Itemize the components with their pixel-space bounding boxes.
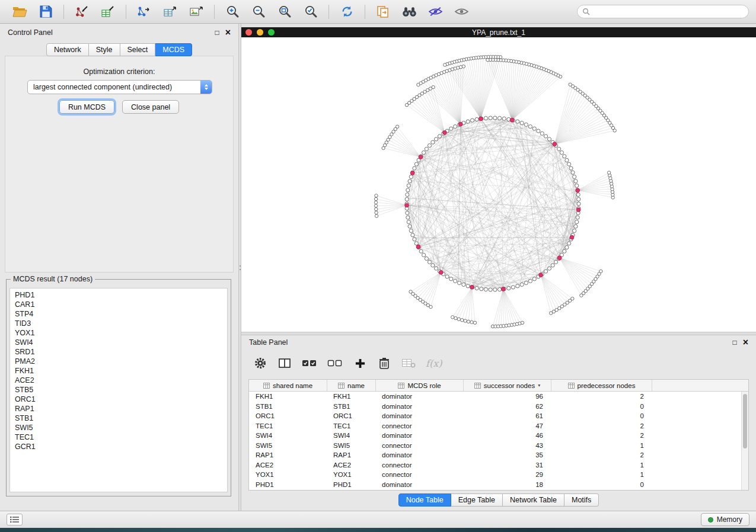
mcds-result-item[interactable]: SRD1 — [10, 347, 227, 357]
open-session-button[interactable] — [7, 2, 32, 22]
apply-layout-button[interactable] — [334, 2, 359, 22]
selected-criterion: largest connected component (undirected) — [28, 83, 200, 91]
table-cell: ORC1 — [327, 411, 376, 421]
memory-button[interactable]: Memory — [701, 513, 749, 526]
window-close-icon[interactable] — [245, 29, 252, 36]
column-header-predecessor-nodes[interactable]: predecessor nodes — [551, 380, 652, 391]
export-image-button[interactable] — [184, 2, 209, 22]
tab-select[interactable]: Select — [120, 43, 156, 56]
table-row[interactable]: SWI5SWI5connector431 — [249, 441, 748, 451]
window-minimize-icon[interactable] — [257, 29, 263, 36]
table-row[interactable]: RAP1RAP1dominator352 — [249, 450, 748, 460]
table-row[interactable]: TEC1TEC1connector472 — [249, 421, 748, 431]
import-network-button[interactable] — [69, 2, 94, 22]
column-header-mcds-role[interactable]: MCDS role — [376, 380, 464, 391]
column-header-shared-name[interactable]: shared name — [249, 380, 327, 391]
table-cell: 18 — [464, 480, 551, 490]
show-columns-button[interactable] — [277, 355, 292, 371]
unselect-all-columns-button[interactable] — [327, 355, 343, 371]
mcds-result-item[interactable]: ORC1 — [10, 395, 227, 404]
run-mcds-button[interactable]: Run MCDS — [59, 100, 114, 114]
tab-network[interactable]: Network — [46, 43, 89, 56]
zoom-in-button[interactable] — [220, 2, 245, 22]
column-grid-icon — [568, 383, 575, 389]
table-cell: dominator — [376, 411, 464, 421]
mcds-result-item[interactable]: STB5 — [10, 385, 227, 395]
import-table-button[interactable] — [95, 2, 120, 22]
close-panel-icon[interactable]: × — [743, 338, 748, 347]
mcds-tab-content: Optimization criterion: largest connecte… — [5, 56, 234, 273]
save-session-button[interactable] — [33, 2, 58, 22]
table-cell: SWI4 — [327, 431, 376, 441]
tab-mcds[interactable]: MCDS — [155, 43, 192, 56]
column-header-name[interactable]: name — [327, 380, 376, 391]
float-panel-icon[interactable]: □ — [732, 339, 736, 346]
checked-boxes-icon — [302, 358, 317, 368]
function-builder-button[interactable]: f(x) — [426, 355, 442, 371]
network-canvas[interactable] — [241, 37, 756, 332]
scrollbar-thumb[interactable] — [743, 394, 747, 448]
table-cell: 0 — [551, 402, 652, 412]
create-column-button[interactable] — [353, 355, 367, 371]
mcds-result-item[interactable]: STB1 — [10, 414, 227, 423]
table-panel-title: Table Panel — [249, 338, 288, 347]
export-table-button[interactable] — [158, 2, 183, 22]
mcds-result-item[interactable]: PHD1 — [10, 290, 227, 300]
mcds-result-item[interactable]: STP4 — [10, 309, 227, 319]
table-row[interactable]: YOX1YOX1connector291 — [249, 470, 748, 480]
copy-style-button[interactable] — [371, 2, 395, 22]
tab-node-table[interactable]: Node Table — [398, 493, 451, 507]
find-button[interactable] — [397, 2, 422, 22]
table-cell: RAP1 — [327, 450, 376, 460]
show-hidden-button[interactable] — [449, 2, 474, 22]
mcds-result-item[interactable]: SWI5 — [10, 423, 227, 432]
mcds-result-item[interactable]: PMA2 — [10, 357, 227, 366]
close-panel-button[interactable]: Close panel — [122, 100, 179, 114]
hide-selected-button[interactable] — [423, 2, 448, 22]
delete-column-button[interactable] — [377, 355, 391, 371]
zoom-fit-button[interactable] — [272, 2, 297, 22]
mcds-result-list[interactable]: PHD1CAR1STP4TID3YOX1SWI4SRD1PMA2FKH1ACE2… — [9, 288, 228, 492]
tab-edge-table[interactable]: Edge Table — [451, 493, 503, 507]
tab-network-table[interactable]: Network Table — [503, 493, 564, 507]
mcds-result-item[interactable]: YOX1 — [10, 328, 227, 338]
table-row[interactable]: SWI4SWI4dominator462 — [249, 431, 748, 441]
export-table-icon — [163, 5, 177, 18]
mcds-result-item[interactable]: RAP1 — [10, 404, 227, 414]
optimization-criterion-select[interactable]: largest connected component (undirected) — [27, 80, 212, 94]
window-maximize-icon[interactable] — [268, 29, 275, 36]
delete-table-button[interactable] — [401, 355, 416, 371]
search-input[interactable] — [593, 8, 744, 16]
table-row[interactable]: STB1STB1dominator620 — [249, 402, 748, 412]
tab-style[interactable]: Style — [89, 43, 120, 56]
mcds-result-item[interactable]: GCR1 — [10, 442, 227, 451]
table-cell: YOX1 — [249, 470, 327, 480]
mcds-result-item[interactable]: TEC1 — [10, 432, 227, 442]
zoom-selected-button[interactable] — [298, 2, 323, 22]
mcds-result-item[interactable]: ACE2 — [10, 376, 227, 385]
close-panel-icon[interactable]: × — [225, 28, 231, 37]
search-field[interactable] — [577, 5, 749, 18]
column-header-successor-nodes[interactable]: successor nodes ▾ — [464, 380, 551, 391]
table-row[interactable]: ORC1ORC1dominator610 — [249, 411, 748, 421]
select-all-columns-button[interactable] — [302, 355, 317, 371]
task-history-button[interactable] — [7, 514, 23, 525]
delete-table-icon — [401, 358, 416, 368]
tab-motifs[interactable]: Motifs — [564, 493, 599, 507]
mcds-result-item[interactable]: SWI4 — [10, 338, 227, 347]
mcds-result-item[interactable]: CAR1 — [10, 300, 227, 309]
table-row[interactable]: PHD1PHD1dominator180 — [249, 480, 748, 490]
search-icon — [582, 8, 590, 15]
zoom-out-icon — [251, 5, 266, 19]
table-row[interactable]: ACE2ACE2connector311 — [249, 460, 748, 470]
export-network-button[interactable] — [132, 2, 157, 22]
network-window-titlebar[interactable]: YPA_prune.txt_1 — [241, 27, 756, 37]
table-cell: 29 — [464, 470, 551, 480]
table-scrollbar[interactable] — [741, 392, 748, 490]
table-settings-button[interactable] — [253, 355, 267, 371]
zoom-out-button[interactable] — [246, 2, 271, 22]
mcds-result-item[interactable]: TID3 — [10, 319, 227, 328]
mcds-result-item[interactable]: FKH1 — [10, 366, 227, 376]
table-row[interactable]: FKH1FKH1dominator962 — [249, 392, 748, 402]
float-panel-icon[interactable]: □ — [215, 29, 219, 36]
